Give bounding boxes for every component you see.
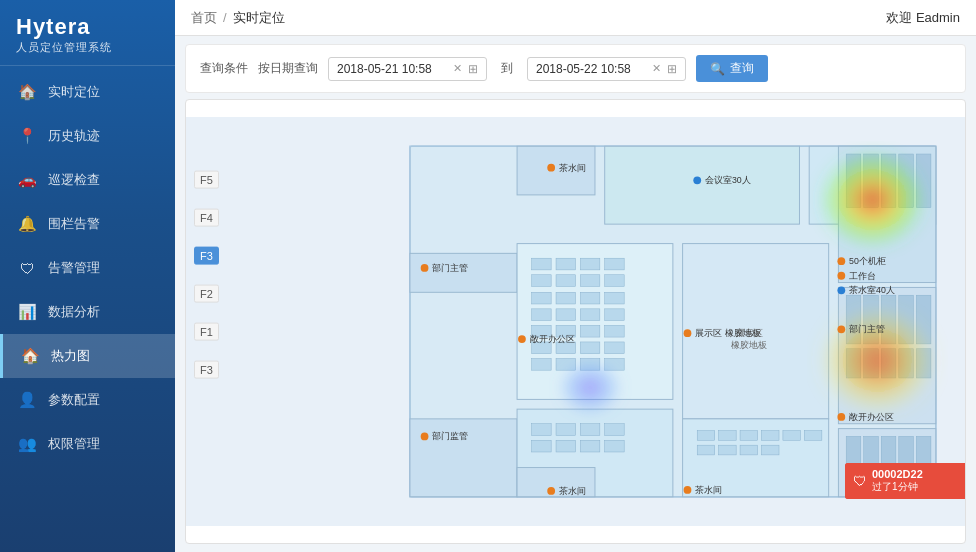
- query-btn-label: 查询: [730, 60, 754, 77]
- svg-rect-15: [605, 275, 624, 287]
- svg-text:部门主管: 部门主管: [432, 263, 468, 273]
- sidebar-item-perms[interactable]: 👥 权限管理: [0, 422, 175, 466]
- svg-rect-60: [580, 424, 599, 436]
- alert-device: 00002D22: [872, 468, 923, 480]
- main-content: 首页 / 实时定位 欢迎 Eadmin 查询条件 按日期查询 2018-05-2…: [175, 0, 976, 552]
- svg-text:茶水间: 茶水间: [695, 485, 722, 495]
- nav-label-fence: 围栏告警: [48, 215, 100, 233]
- date-from-clear-icon[interactable]: ✕: [453, 62, 462, 75]
- svg-rect-31: [605, 342, 624, 354]
- svg-rect-61: [605, 424, 624, 436]
- query-label: 查询条件: [200, 60, 248, 77]
- date-from-value: 2018-05-21 10:58: [337, 62, 447, 76]
- svg-rect-4: [605, 146, 800, 224]
- breadcrumb-current: 实时定位: [233, 9, 285, 27]
- svg-point-87: [547, 164, 555, 172]
- alert-alert2: 🛡 00002D22 过了1分钟: [845, 463, 965, 499]
- svg-point-111: [684, 486, 692, 494]
- svg-text:茶水室40人: 茶水室40人: [849, 285, 895, 295]
- query-bar: 查询条件 按日期查询 2018-05-21 10:58 ✕ ⊞ 到 2018-0…: [185, 44, 966, 93]
- date-to-value: 2018-05-22 10:58: [536, 62, 646, 76]
- svg-rect-83: [916, 436, 931, 465]
- sidebar-item-fence[interactable]: 🔔 围栏告警: [0, 202, 175, 246]
- svg-point-101: [837, 257, 845, 265]
- date-to-input[interactable]: 2018-05-22 10:58 ✕ ⊞: [527, 57, 686, 81]
- date-from-input[interactable]: 2018-05-21 10:58 ✕ ⊞: [328, 57, 487, 81]
- floor-label-f5[interactable]: F5: [194, 170, 219, 188]
- svg-rect-59: [556, 424, 575, 436]
- sidebar-item-patrol[interactable]: 🚗 巡逻检查: [0, 158, 175, 202]
- svg-rect-9: [556, 258, 575, 270]
- nav-label-alarm: 告警管理: [48, 259, 100, 277]
- floor-label-f3[interactable]: F3: [194, 246, 219, 264]
- sidebar-item-params[interactable]: 👤 参数配置: [0, 378, 175, 422]
- svg-rect-75: [719, 445, 737, 455]
- svg-rect-73: [804, 431, 822, 441]
- nav-label-patrol: 巡逻检查: [48, 171, 100, 189]
- breadcrumb-home[interactable]: 首页: [191, 9, 217, 27]
- sidebar-item-heatmap[interactable]: 🏠 热力图: [0, 334, 175, 378]
- date-to-calendar-icon[interactable]: ⊞: [667, 62, 677, 76]
- svg-rect-12: [532, 275, 551, 287]
- logo-area: Hytera 人员定位管理系统: [0, 0, 175, 66]
- sidebar-item-data[interactable]: 📊 数据分析: [0, 290, 175, 334]
- floor-label-f1[interactable]: F1: [194, 322, 219, 340]
- top-bar: 首页 / 实时定位 欢迎 Eadmin: [175, 0, 976, 36]
- nav-icon-fence: 🔔: [16, 213, 38, 235]
- svg-rect-19: [605, 292, 624, 304]
- query-button[interactable]: 🔍 查询: [696, 55, 768, 82]
- nav-label-realtime: 实时定位: [48, 83, 100, 101]
- date-to-label: 到: [497, 60, 517, 77]
- breadcrumb-sep: /: [223, 10, 227, 25]
- svg-rect-10: [580, 258, 599, 270]
- sidebar-item-history[interactable]: 📍 历史轨迹: [0, 114, 175, 158]
- svg-rect-17: [556, 292, 575, 304]
- floor-label-f4[interactable]: F4: [194, 208, 219, 226]
- svg-text:茶水间: 茶水间: [559, 486, 586, 496]
- svg-point-103: [837, 272, 845, 280]
- nav-icon-realtime: 🏠: [16, 81, 38, 103]
- alert-content: 00002D22 过了1分钟: [872, 468, 923, 494]
- map-area: 展示区 橡胶地板: [185, 99, 966, 544]
- svg-text:茶水间: 茶水间: [559, 163, 586, 173]
- svg-text:橡胶地板: 橡胶地板: [731, 340, 767, 350]
- svg-text:敞开办公区: 敞开办公区: [849, 412, 894, 422]
- svg-rect-32: [532, 359, 551, 371]
- logo-text: Hytera 人员定位管理系统: [16, 14, 112, 55]
- svg-rect-79: [846, 436, 861, 465]
- nav-icon-alarm: 🛡: [16, 257, 38, 279]
- svg-point-84: [556, 359, 624, 417]
- svg-rect-11: [605, 258, 624, 270]
- date-from-calendar-icon[interactable]: ⊞: [468, 62, 478, 76]
- svg-rect-16: [532, 292, 551, 304]
- svg-point-109: [837, 413, 845, 421]
- sidebar-item-realtime[interactable]: 🏠 实时定位: [0, 70, 175, 114]
- svg-text:会议室30人: 会议室30人: [705, 175, 751, 185]
- svg-rect-82: [899, 436, 914, 465]
- svg-text:工作台: 工作台: [849, 271, 876, 281]
- svg-rect-21: [556, 309, 575, 321]
- svg-rect-20: [532, 309, 551, 321]
- nav-icon-data: 📊: [16, 301, 38, 323]
- logo-brand: Hytera: [16, 14, 112, 40]
- nav-label-params: 参数配置: [48, 391, 100, 409]
- svg-point-107: [837, 325, 845, 333]
- svg-text:部门主管: 部门主管: [849, 324, 885, 334]
- date-to-clear-icon[interactable]: ✕: [652, 62, 661, 75]
- nav-label-data: 数据分析: [48, 303, 100, 321]
- svg-point-91: [421, 264, 429, 272]
- nav-label-heatmap: 热力图: [51, 347, 90, 365]
- floor-label-f2[interactable]: F2: [194, 284, 219, 302]
- logo-subtitle: 人员定位管理系统: [16, 40, 112, 55]
- floor-label-f3b[interactable]: F3: [194, 360, 219, 378]
- svg-rect-8: [532, 258, 551, 270]
- svg-rect-27: [605, 325, 624, 337]
- svg-rect-70: [740, 431, 758, 441]
- svg-rect-72: [783, 431, 801, 441]
- nav-items: 🏠 实时定位 📍 历史轨迹 🚗 巡逻检查 🔔 围栏告警 🛡 告警管理 📊 数据分…: [0, 66, 175, 552]
- svg-rect-64: [580, 440, 599, 452]
- sidebar-item-alarm[interactable]: 🛡 告警管理: [0, 246, 175, 290]
- svg-point-89: [693, 176, 701, 184]
- svg-text:部门监管: 部门监管: [432, 431, 468, 441]
- svg-point-86: [819, 307, 936, 414]
